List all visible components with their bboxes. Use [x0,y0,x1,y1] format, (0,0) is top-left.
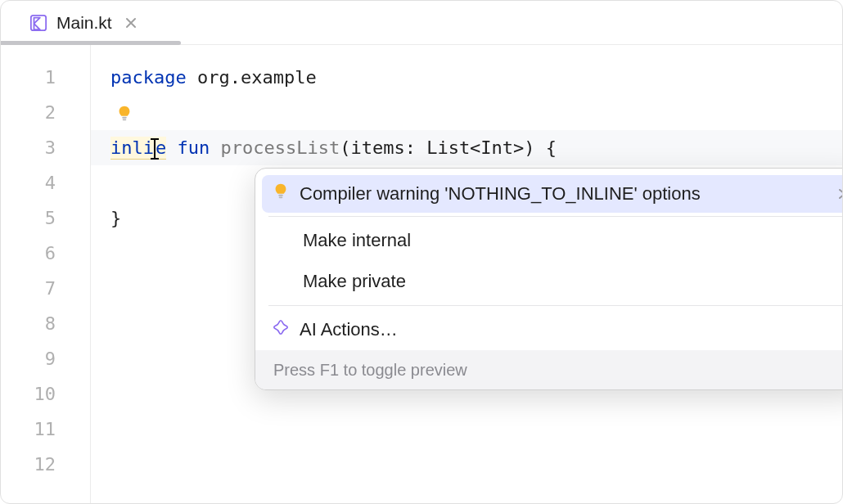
line-number[interactable]: 9 [1,341,90,376]
package-name: org.example [187,67,317,88]
popup-footer-hint: Press F1 to toggle preview [273,361,467,380]
svg-rect-2 [123,119,127,120]
code-line-12[interactable] [91,447,842,482]
intention-item-compiler-warning[interactable]: Compiler warning 'NOTHING_TO_INLINE' opt… [262,175,843,213]
gutter: 1 2 3 4 5 6 7 8 9 10 11 12 [1,45,91,503]
line-number[interactable]: 2 [1,95,90,130]
line-number[interactable]: 1 [1,60,90,95]
tab-bar: Main.kt [1,1,842,45]
line-number[interactable]: 8 [1,306,90,341]
code-line-1[interactable]: package org.example [91,60,842,95]
params-close: ) { [524,137,557,158]
line-number[interactable]: 5 [1,200,90,236]
kotlin-file-icon [29,13,48,33]
line-number[interactable]: 12 [1,447,90,482]
brace-close: } [110,208,121,228]
popup-separator [268,305,843,306]
intention-item-make-internal[interactable]: Make internal [255,220,843,261]
line-number[interactable]: 7 [1,271,90,306]
intention-popup: Compiler warning 'NOTHING_TO_INLINE' opt… [255,168,843,390]
code-line-2[interactable] [91,95,842,130]
editor-tab[interactable]: Main.kt [20,7,147,39]
editor-area: 1 2 3 4 5 6 7 8 9 10 11 12 package org.e… [1,45,842,503]
line-number[interactable]: 10 [1,376,90,412]
params-open: (items: [340,137,426,158]
type: List<Int> [426,137,524,158]
keyword-fun: fun [166,137,220,158]
close-tab-icon[interactable] [124,16,138,30]
popup-footer: Press F1 to toggle preview [255,350,843,389]
svg-rect-1 [122,117,127,119]
chevron-right-icon [838,183,843,205]
popup-separator [268,216,843,217]
keyword-package: package [110,67,187,88]
svg-rect-4 [279,196,283,198]
svg-rect-3 [278,195,283,196]
intention-item-label: Compiler warning 'NOTHING_TO_INLINE' opt… [300,183,701,205]
intention-item-label: Make internal [303,230,411,251]
text-caret [150,141,160,157]
function-name: processList [220,137,340,158]
line-number[interactable]: 6 [1,236,90,271]
code-line-3[interactable]: inlie fun processList(items: List<Int>) … [91,130,842,165]
tab-filename: Main.kt [56,13,112,33]
line-number[interactable]: 3 [1,130,90,165]
line-number[interactable]: 11 [1,412,90,447]
intention-bulb-icon[interactable] [115,105,133,123]
intention-item-label: AI Actions… [300,319,398,340]
line-number[interactable]: 4 [1,165,90,200]
ai-icon [272,318,290,341]
code-line-11[interactable] [91,412,842,447]
keyword-inline: inlie [110,137,166,160]
lightbulb-icon [272,182,290,205]
intention-item-label: Make private [303,271,406,292]
intention-item-make-private[interactable]: Make private [255,261,843,302]
intention-item-ai-actions[interactable]: AI Actions… [255,309,843,350]
